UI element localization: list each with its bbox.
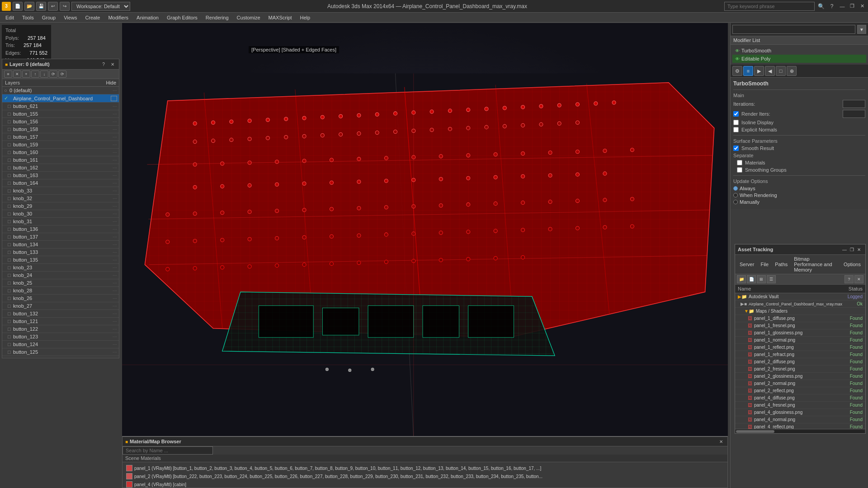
at-item-p2n[interactable]: 🖼 panel_2_normal.png Found xyxy=(735,380,865,387)
menu-group[interactable]: Group xyxy=(38,14,60,21)
layer-tool-1[interactable]: ≡ xyxy=(4,70,12,78)
at-item-p1f[interactable]: 🖼 panel_1_fresnel.png Found xyxy=(735,322,865,329)
rt-btn-3[interactable]: ▶ xyxy=(754,66,764,76)
menu-help[interactable]: Help xyxy=(297,14,314,21)
layer-item-knob28[interactable]: □ knob_28 ···· xyxy=(2,287,119,295)
redo-button[interactable]: ↪ xyxy=(60,2,70,11)
at-restore-btn[interactable]: ❐ xyxy=(848,246,855,253)
minimize-button[interactable]: — xyxy=(838,2,846,10)
layer-item-button621[interactable]: □ button_621 ···· xyxy=(2,103,119,110)
rt-btn-1[interactable]: ⚙ xyxy=(732,66,742,76)
layer-item-button134[interactable]: □ button_134 ···· xyxy=(2,241,119,249)
layer-item-default[interactable]: ○ 0 (default) ···· xyxy=(2,87,119,94)
always-radio[interactable] xyxy=(733,186,738,191)
layer-item-button157[interactable]: □ button_157 ···· xyxy=(2,133,119,141)
at-tool-3[interactable]: ⊞ xyxy=(757,275,766,283)
layer-tool-2[interactable]: ✕ xyxy=(13,70,21,78)
menu-animation[interactable]: Animation xyxy=(133,14,162,21)
modifier-file-dropdown[interactable]: ▼ xyxy=(857,25,866,34)
layer-item-knob33[interactable]: □ knob_33 ···· xyxy=(2,187,119,195)
viewport[interactable]: [Perspective] [Shaded + Edged Faces] xyxy=(122,23,728,488)
layer-tool-6[interactable]: ⟳ xyxy=(49,70,57,78)
layer-item-button160[interactable]: □ button_160 ···· xyxy=(2,149,119,156)
workspace-dropdown[interactable]: Workspace: Default xyxy=(71,2,130,11)
layer-item-knob24[interactable]: □ knob_24 ···· xyxy=(2,272,119,279)
at-item-maxfile[interactable]: ▶■ Airplane_Control_Panel_Dashboard_max_… xyxy=(735,300,865,308)
at-item-p1d[interactable]: 🖼 panel_1_diffuse.png Found xyxy=(735,315,865,322)
rt-btn-4[interactable]: ◀ xyxy=(765,66,775,76)
at-tool-1[interactable]: 📁 xyxy=(737,275,746,283)
mat-close-btn[interactable]: ✕ xyxy=(717,438,725,445)
iterations-input[interactable]: 0 xyxy=(843,100,865,108)
at-item-p2d[interactable]: 🖼 panel_2_diffuse.png Found xyxy=(735,358,865,366)
menu-tools[interactable]: Tools xyxy=(19,14,38,21)
menu-views[interactable]: Views xyxy=(60,14,80,21)
smooth-result-checkbox[interactable] xyxy=(733,145,739,151)
layer-item-button162[interactable]: □ button_162 ···· xyxy=(2,164,119,172)
layers-list[interactable]: ○ 0 (default) ···· ✓ Airplane_Control_Pa… xyxy=(2,87,119,358)
mat-items-list[interactable]: panel_1 (VRayMtl) [button_1, button_2, b… xyxy=(123,462,727,488)
at-item-p1r[interactable]: 🖼 panel_1_reflect.png Found xyxy=(735,344,865,351)
rt-btn-6[interactable]: ⊕ xyxy=(787,66,797,76)
layer-item-knob31[interactable]: □ knob_31 ···· xyxy=(2,218,119,225)
layer-item-knob23[interactable]: □ knob_23 ···· xyxy=(2,264,119,272)
layer-item-button126[interactable]: □ button_126 ···· xyxy=(2,356,119,358)
at-item-p1rf[interactable]: 🖼 panel_1_refract.png Found xyxy=(735,351,865,358)
at-menu-file[interactable]: File xyxy=(758,261,771,268)
menu-customize[interactable]: Customize xyxy=(233,14,264,21)
at-tool-4[interactable]: ☰ xyxy=(767,275,776,283)
layer-item-button132[interactable]: □ button_132 ···· xyxy=(2,310,119,318)
layer-item-knob29[interactable]: □ knob_29 ···· xyxy=(2,202,119,210)
close-button[interactable]: ✕ xyxy=(858,2,866,10)
restore-button[interactable]: ❐ xyxy=(848,2,856,10)
search-icon[interactable]: 🔍 xyxy=(816,2,826,11)
at-close-btn[interactable]: ✕ xyxy=(855,246,863,253)
menu-maxscript[interactable]: MAXScript xyxy=(265,14,296,21)
layer-item-knob32[interactable]: □ knob_32 ···· xyxy=(2,195,119,202)
layers-help-btn[interactable]: ? xyxy=(100,61,107,68)
layers-close-btn[interactable]: ✕ xyxy=(109,61,116,68)
modifier-file-input[interactable]: panel_1.obj xyxy=(732,25,855,34)
when-rendering-radio[interactable] xyxy=(733,193,738,197)
layer-item-button163[interactable]: □ button_163 ···· xyxy=(2,172,119,179)
rt-btn-2[interactable]: ≡ xyxy=(743,66,753,76)
layer-item-button125[interactable]: □ button_125 ···· xyxy=(2,348,119,356)
layer-item-button164[interactable]: □ button_164 ···· xyxy=(2,179,119,187)
at-item-p4g[interactable]: 🖼 panel_4_glossiness.png Found xyxy=(735,409,865,416)
at-item-p4d[interactable]: 🖼 panel_4_diffuse.png Found xyxy=(735,394,865,402)
search-input[interactable] xyxy=(724,2,815,11)
layer-tool-7[interactable]: ⟳ xyxy=(58,70,66,78)
layer-item-airplane[interactable]: ✓ Airplane_Control_Panel_Dashboard xyxy=(2,94,119,103)
at-item-p2r[interactable]: 🖼 panel_2_reflect.png Found xyxy=(735,387,865,394)
menu-rendering[interactable]: Rendering xyxy=(202,14,232,21)
explicit-normals-checkbox[interactable] xyxy=(733,127,739,132)
at-item-p1n[interactable]: 🖼 panel_1_normal.png Found xyxy=(735,337,865,344)
layer-tool-4[interactable]: ↑ xyxy=(31,70,39,78)
layer-item-button158[interactable]: □ button_158 ···· xyxy=(2,126,119,133)
menu-graph-editors[interactable]: Graph Editors xyxy=(163,14,201,21)
at-scroll-thumb[interactable] xyxy=(736,430,774,433)
at-item-p4f[interactable]: 🖼 panel_4_fresnel.png Found xyxy=(735,402,865,409)
layer-item-button133[interactable]: □ button_133 ···· xyxy=(2,249,119,256)
layer-item-knob25[interactable]: □ knob_25 ···· xyxy=(2,279,119,287)
at-menu-options[interactable]: Options xyxy=(841,261,863,268)
at-item-p4n[interactable]: 🖼 panel_4_normal.png Found xyxy=(735,416,865,423)
save-button[interactable]: 💾 xyxy=(36,2,46,11)
new-button[interactable]: 📄 xyxy=(13,2,23,11)
layer-item-button123[interactable]: □ button_123 ···· xyxy=(2,333,119,341)
at-item-p4r[interactable]: 🖼 panel_4_reflect.png Found xyxy=(735,423,865,429)
at-item-maps[interactable]: ▼📁 Maps / Shaders xyxy=(735,308,865,315)
render-iters-checkbox[interactable] xyxy=(733,111,739,117)
mat-panel1[interactable]: panel_1 (VRayMtl) [button_1, button_2, b… xyxy=(124,464,726,472)
at-tool-2[interactable]: 📄 xyxy=(747,275,756,283)
at-file-list[interactable]: ▶📁 Autodesk Vault Logged ▶■ Airplane_Con… xyxy=(735,293,865,429)
layer-tool-5[interactable]: ↓ xyxy=(40,70,48,78)
at-item-vault[interactable]: ▶📁 Autodesk Vault Logged xyxy=(735,293,865,300)
layer-item-knob26[interactable]: □ knob_26 ···· xyxy=(2,295,119,302)
layer-item-button156[interactable]: □ button_156 ···· xyxy=(2,118,119,126)
layer-item-button121[interactable]: □ button_121 ···· xyxy=(2,318,119,325)
layer-item-button161[interactable]: □ button_161 ···· xyxy=(2,156,119,164)
layer-item-button155[interactable]: □ button_155 ···· xyxy=(2,110,119,118)
materials-checkbox[interactable] xyxy=(737,160,742,165)
rt-btn-5[interactable]: □ xyxy=(776,66,786,76)
